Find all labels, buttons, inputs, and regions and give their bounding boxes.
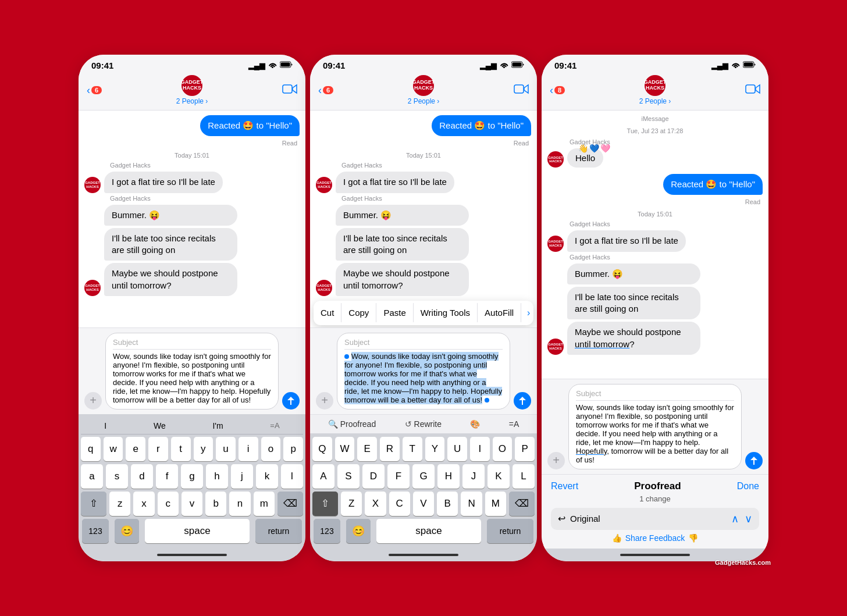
next-change-button[interactable]: ∨ — [745, 512, 752, 525]
key-H2[interactable]: H — [437, 464, 460, 489]
writing-tools-menu-item[interactable]: Writing Tools — [414, 303, 478, 322]
key-X2[interactable]: X — [365, 492, 386, 516]
suggestion-im[interactable]: I'm — [208, 420, 227, 432]
key-F2[interactable]: F — [387, 464, 410, 489]
nums-key-1[interactable]: 123 — [82, 519, 109, 543]
message-input-3[interactable]: Subject Wow, sounds like today isn't goi… — [568, 384, 742, 469]
space-key-1[interactable]: space — [145, 519, 250, 543]
delete-key-2[interactable]: ⌫ — [509, 492, 535, 516]
key-o[interactable]: o — [261, 437, 281, 461]
paste-menu-item[interactable]: Paste — [376, 303, 413, 322]
message-input-2[interactable]: Subject Wow, sounds like today isn't goi… — [337, 333, 510, 410]
key-N2[interactable]: N — [461, 492, 482, 516]
shift-key-1[interactable]: ⇧ — [81, 492, 106, 516]
writing-tools-emoji[interactable]: 🎨 — [470, 419, 480, 429]
key-r[interactable]: r — [148, 437, 168, 461]
message-input-1[interactable]: Subject Wow, sounds like today isn't goi… — [105, 333, 279, 410]
key-S2[interactable]: S — [337, 464, 360, 489]
key-K2[interactable]: K — [487, 464, 510, 489]
key-a[interactable]: a — [81, 464, 103, 489]
delete-key-1[interactable]: ⌫ — [277, 492, 303, 516]
key-O[interactable]: O — [493, 437, 513, 461]
key-M2[interactable]: M — [485, 492, 506, 516]
key-w[interactable]: w — [104, 437, 123, 461]
key-l[interactable]: l — [281, 464, 303, 489]
key-i[interactable]: i — [239, 437, 258, 461]
key-V2[interactable]: V — [413, 492, 434, 516]
emoji-key-1[interactable]: 😊 — [115, 519, 139, 543]
key-x[interactable]: x — [133, 492, 154, 516]
thumbs-up-icon[interactable]: 👍 — [612, 533, 622, 543]
emoji-key-2[interactable]: 😊 — [346, 519, 371, 543]
key-f[interactable]: f — [156, 464, 178, 489]
autofill-menu-item[interactable]: AutoFill — [478, 303, 521, 322]
key-U[interactable]: U — [447, 437, 467, 461]
add-attachment-button-1[interactable]: + — [84, 392, 102, 410]
key-b[interactable]: b — [205, 492, 226, 516]
suggestion-aa[interactable]: =A — [265, 420, 284, 432]
done-button[interactable]: Done — [737, 481, 759, 492]
key-t[interactable]: t — [171, 437, 191, 461]
more-menu-item[interactable]: › — [521, 303, 533, 323]
key-g[interactable]: g — [181, 464, 203, 489]
key-L2[interactable]: L — [513, 464, 535, 489]
key-J2[interactable]: J — [462, 464, 485, 489]
send-button-2[interactable] — [514, 392, 531, 410]
back-button-2[interactable]: ‹ 6 — [318, 84, 333, 97]
key-q[interactable]: q — [81, 437, 101, 461]
key-y[interactable]: y — [194, 437, 213, 461]
thumbs-down-icon[interactable]: 👎 — [688, 533, 698, 543]
key-n[interactable]: n — [229, 492, 250, 516]
send-button-3[interactable] — [745, 452, 763, 469]
key-R[interactable]: R — [380, 437, 400, 461]
nums-key-2[interactable]: 123 — [314, 519, 340, 543]
key-Q[interactable]: Q — [312, 437, 332, 461]
key-z[interactable]: z — [109, 492, 130, 516]
key-c[interactable]: c — [158, 492, 179, 516]
writing-tools-aa[interactable]: =A — [509, 419, 519, 429]
space-key-2[interactable]: space — [376, 519, 481, 543]
back-button-3[interactable]: ‹ 8 — [550, 84, 565, 97]
suggestion-we[interactable]: We — [149, 420, 170, 432]
key-u[interactable]: u — [216, 437, 236, 461]
add-attachment-button-3[interactable]: + — [547, 452, 565, 469]
revert-button[interactable]: Revert — [551, 481, 578, 492]
key-j[interactable]: j — [231, 464, 253, 489]
send-button-1[interactable] — [282, 392, 300, 410]
key-C2[interactable]: C — [389, 492, 410, 516]
key-s[interactable]: s — [106, 464, 128, 489]
add-attachment-button-2[interactable]: + — [316, 392, 333, 410]
key-h[interactable]: h — [206, 464, 228, 489]
video-call-button-3[interactable] — [745, 83, 760, 98]
key-m[interactable]: m — [254, 492, 275, 516]
key-p[interactable]: p — [283, 437, 303, 461]
key-B2[interactable]: B — [437, 492, 458, 516]
key-k[interactable]: k — [256, 464, 278, 489]
key-E[interactable]: E — [357, 437, 377, 461]
key-G2[interactable]: G — [412, 464, 435, 489]
shift-key-2[interactable]: ⇧ — [312, 492, 338, 516]
back-button-1[interactable]: ‹ 6 — [87, 84, 102, 97]
return-key-1[interactable]: return — [255, 519, 302, 543]
key-Y[interactable]: Y — [425, 437, 445, 461]
video-call-button-1[interactable] — [282, 83, 297, 98]
key-A2[interactable]: A — [312, 464, 334, 489]
key-v[interactable]: v — [182, 492, 202, 516]
return-key-2[interactable]: return — [487, 519, 533, 543]
key-I[interactable]: I — [470, 437, 490, 461]
suggestion-i[interactable]: I — [99, 420, 111, 432]
key-P[interactable]: P — [515, 437, 535, 461]
copy-menu-item[interactable]: Copy — [341, 303, 376, 322]
key-e[interactable]: e — [126, 437, 145, 461]
key-d[interactable]: d — [131, 464, 153, 489]
proofread-button[interactable]: 🔍 Proofread — [328, 419, 376, 429]
video-call-button-2[interactable] — [514, 83, 529, 98]
rewrite-button[interactable]: ↺ Rewrite — [405, 419, 442, 429]
key-W[interactable]: W — [335, 437, 355, 461]
key-T[interactable]: T — [403, 437, 422, 461]
key-Z2[interactable]: Z — [341, 492, 362, 516]
share-feedback-label[interactable]: Share Feedback — [625, 533, 685, 543]
cut-menu-item[interactable]: Cut — [314, 303, 341, 322]
prev-change-button[interactable]: ∧ — [731, 512, 739, 525]
key-D2[interactable]: D — [362, 464, 385, 489]
